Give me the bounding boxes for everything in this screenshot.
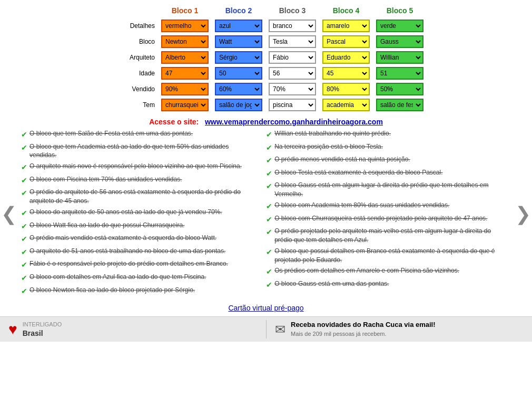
- cell-2-0[interactable]: Alberto: [158, 50, 212, 65]
- select-5-0[interactable]: churrasqueira: [161, 99, 209, 111]
- select-5-2[interactable]: piscina: [269, 99, 316, 111]
- select-3-3[interactable]: 45: [322, 67, 370, 80]
- select-5-1[interactable]: salão de jogos: [215, 99, 262, 111]
- clue-text: O bloco do arquiteto de 50 anos está ao …: [29, 208, 222, 217]
- select-1-2[interactable]: Tesla: [269, 35, 316, 48]
- cell-5-2[interactable]: piscina: [265, 97, 319, 113]
- select-1-3[interactable]: Pascal: [322, 35, 370, 48]
- novidades-text: Receba novidades do Racha Cuca via email…: [291, 320, 436, 339]
- cell-0-4[interactable]: verde: [373, 18, 427, 34]
- clue-text: O bloco Gauss está em uma das pontas.: [274, 279, 389, 288]
- cell-1-3[interactable]: Pascal: [319, 34, 373, 50]
- select-2-3[interactable]: Eduardo: [322, 51, 370, 64]
- bloco5-header: Bloco 5: [373, 5, 427, 18]
- select-1-1[interactable]: Watt: [215, 35, 262, 48]
- row-label-vendido: Vendido: [105, 81, 158, 97]
- cell-0-0[interactable]: vermelho: [158, 18, 212, 34]
- cell-1-1[interactable]: Watt: [212, 34, 265, 50]
- clue-text: O bloco Tesla está exatamente à esquerda…: [274, 168, 442, 177]
- grid-section: Bloco 1 Bloco 2 Bloco 3 Bloco 4 Bloco 5 …: [0, 0, 532, 115]
- select-4-3[interactable]: 80%: [322, 83, 370, 95]
- clue-left-0: ✔O bloco que tem Salão de Festa está em …: [21, 129, 247, 140]
- check-icon: ✔: [21, 176, 27, 186]
- cell-0-2[interactable]: branco: [265, 18, 319, 34]
- promo-site[interactable]: www.vemaprendercomo.ganhardinheiroagora.…: [205, 118, 383, 126]
- clue-text: O bloco com Academia tem 80% das suas un…: [274, 201, 449, 210]
- cell-1-0[interactable]: Newton: [158, 34, 212, 50]
- cell-1-4[interactable]: Gauss: [373, 34, 427, 50]
- select-0-4[interactable]: verde: [376, 20, 423, 32]
- row-label-tem: Tem: [105, 97, 158, 113]
- clue-text: O bloco com Churrasqueira está sendo pro…: [274, 214, 487, 223]
- cell-4-1[interactable]: 60%: [212, 81, 265, 97]
- cell-5-1[interactable]: salão de jogos: [212, 97, 265, 113]
- cell-2-2[interactable]: Fábio: [265, 50, 319, 65]
- select-2-0[interactable]: Alberto: [161, 51, 209, 64]
- check-icon: ✔: [21, 188, 27, 199]
- cell-4-4[interactable]: 50%: [373, 81, 427, 97]
- arrow-left[interactable]: ❮: [1, 203, 17, 225]
- clue-left-9: ✔Fábio é o responsável pelo projeto do p…: [21, 259, 247, 270]
- clue-right-10: ✔O bloco Gauss está em uma das pontas.: [266, 279, 497, 291]
- bottom-bar-left: ♥ INTERLIGADO Brasil: [8, 321, 266, 337]
- clue-text: O bloco que tem Salão de Festa está em u…: [29, 129, 193, 138]
- check-icon: ✔: [266, 130, 272, 140]
- arrow-right[interactable]: ❯: [515, 203, 531, 225]
- select-0-3[interactable]: amarelo: [322, 20, 370, 32]
- cell-2-4[interactable]: Willian: [373, 50, 427, 65]
- select-4-2[interactable]: 70%: [269, 83, 316, 95]
- cell-5-3[interactable]: academia: [319, 97, 373, 113]
- select-0-0[interactable]: vermelho: [161, 20, 209, 32]
- select-3-4[interactable]: 51: [376, 67, 423, 80]
- novidades-title: Receba novidades do Racha Cuca via email…: [291, 320, 436, 330]
- select-2-2[interactable]: Fábio: [269, 51, 316, 64]
- cell-4-2[interactable]: 70%: [265, 81, 319, 97]
- clue-left-6: ✔O bloco Watt fica ao lado do que possui…: [21, 221, 247, 232]
- cell-2-3[interactable]: Eduardo: [319, 50, 373, 65]
- select-4-1[interactable]: 60%: [215, 83, 262, 95]
- select-5-4[interactable]: salão de festas: [376, 99, 423, 111]
- cell-3-4[interactable]: 51: [373, 65, 427, 81]
- clue-right-8: ✔O bloco que possui detalhes em Branco e…: [266, 247, 497, 265]
- select-3-1[interactable]: 50: [215, 67, 262, 80]
- check-icon: ✔: [21, 143, 27, 153]
- select-3-0[interactable]: 47: [161, 67, 209, 80]
- cell-4-0[interactable]: 90%: [158, 81, 212, 97]
- clue-left-2: ✔O arquiteto mais novo é responsável pel…: [21, 162, 247, 173]
- cell-3-2[interactable]: 56: [265, 65, 319, 81]
- novidades-sub: Mais de 209 mil pessoas já recebem.: [291, 331, 387, 337]
- cell-3-1[interactable]: 50: [212, 65, 265, 81]
- cell-2-1[interactable]: Sérgio: [212, 50, 265, 65]
- check-icon: ✔: [21, 208, 27, 219]
- clue-right-7: ✔O prédio projetado pelo arquiteto mais …: [266, 227, 497, 245]
- select-1-4[interactable]: Gauss: [376, 35, 423, 48]
- cell-3-3[interactable]: 45: [319, 65, 373, 81]
- select-4-0[interactable]: 90%: [161, 83, 209, 95]
- select-2-1[interactable]: Sérgio: [215, 51, 262, 64]
- cell-0-1[interactable]: azul: [212, 18, 265, 34]
- clue-text: O bloco Newton fica ao lado do bloco pro…: [29, 286, 195, 295]
- select-5-3[interactable]: academia: [322, 99, 370, 111]
- clue-text: O bloco Watt fica ao lado do que possui …: [29, 221, 184, 230]
- clue-text: O prédio do arquiteto de 56 anos está ex…: [29, 188, 247, 206]
- select-4-4[interactable]: 50%: [376, 83, 423, 95]
- select-1-0[interactable]: Newton: [161, 35, 209, 48]
- cell-5-0[interactable]: churrasqueira: [158, 97, 212, 113]
- select-3-2[interactable]: 56: [269, 67, 316, 80]
- cell-0-3[interactable]: amarelo: [319, 18, 373, 34]
- select-0-2[interactable]: branco: [269, 20, 316, 32]
- cell-3-0[interactable]: 47: [158, 65, 212, 81]
- bottom-bar-right: ✉ Receba novidades do Racha Cuca via ema…: [266, 320, 524, 339]
- cell-1-2[interactable]: Tesla: [265, 34, 319, 50]
- select-0-1[interactable]: azul: [215, 20, 262, 32]
- clue-right-5: ✔O bloco com Academia tem 80% das suas u…: [266, 201, 497, 212]
- select-2-4[interactable]: Willian: [376, 51, 423, 64]
- cell-4-3[interactable]: 80%: [319, 81, 373, 97]
- cell-5-4[interactable]: salão de festas: [373, 97, 427, 113]
- clue-left-8: ✔O arquiteto de 51 anos está trabalhando…: [21, 247, 247, 258]
- footer-link[interactable]: Cartão virtual pré-pago: [0, 298, 532, 316]
- footer-anchor[interactable]: Cartão virtual pré-pago: [228, 304, 303, 312]
- check-icon: ✔: [21, 273, 27, 284]
- bottom-bar: ♥ INTERLIGADO Brasil ✉ Receba novidades …: [0, 316, 532, 342]
- check-icon: ✔: [266, 267, 272, 277]
